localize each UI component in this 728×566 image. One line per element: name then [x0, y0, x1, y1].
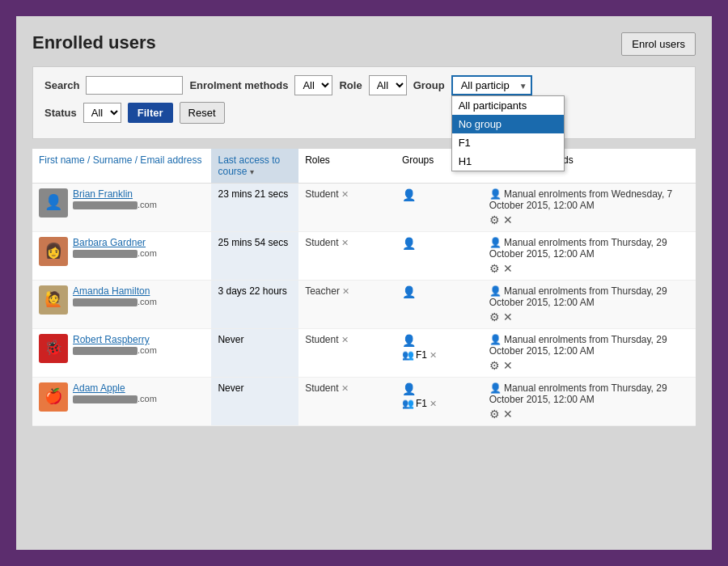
svg-text:👩: 👩 [44, 242, 63, 260]
user-name-barbara[interactable]: Barbara Gardner [73, 237, 157, 248]
svg-text:🐞: 🐞 [44, 339, 63, 357]
table-row: 🙋 Amanda Hamilton .com 3 days 22 hours T… [32, 281, 696, 329]
gear-button-amanda[interactable]: ⚙ [489, 310, 500, 323]
enrolment-person-icon-brian: 👤 [489, 188, 502, 200]
filter-row-1: Search Enrolment methods All Role All Gr… [44, 75, 684, 95]
group-option-all[interactable]: All participants [452, 96, 564, 115]
add-group-icon-amanda[interactable]: 👤 [402, 285, 476, 298]
user-email-robert: .com [73, 345, 157, 355]
user-cell-robert: 🐞 Robert Raspberry .com [32, 329, 211, 378]
access-cell-brian: 23 mins 21 secs [211, 184, 298, 232]
user-email-adam: .com [73, 394, 157, 403]
table-row: 🐞 Robert Raspberry .com Never Student ✕ … [32, 329, 696, 378]
delete-enrolment-btn-barbara[interactable]: ✕ [503, 262, 513, 275]
enrolment-person-icon-adam: 👤 [489, 382, 502, 394]
table-body: 👤 Brian Franklin .com 23 mins 21 secs St… [32, 184, 696, 426]
roles-cell-barbara: Student ✕ [298, 232, 396, 281]
enrolment-person-icon-barbara: 👤 [489, 237, 502, 248]
sort-arrow: ▾ [250, 167, 254, 176]
access-cell-adam: Never [211, 378, 298, 426]
group-dropdown-menu: All participants No group F1 H1 [451, 95, 565, 171]
main-container: Enrolled users Enrol users Search Enrolm… [16, 16, 712, 550]
role-label: Role [339, 79, 362, 91]
enrolment-text-barbara: Manual enrolments from Thursday, 29 Octo… [489, 237, 667, 260]
status-label: Status [44, 107, 77, 119]
groups-cell-brian: 👤 [396, 184, 483, 232]
enrolment-select[interactable]: All [294, 75, 332, 95]
table-row: 👩 Barbara Gardner .com 25 mins 54 secs S… [32, 232, 696, 281]
col-header-roles: Roles [298, 149, 396, 184]
user-cell-brian: 👤 Brian Franklin .com [32, 184, 211, 232]
remove-role-btn-adam[interactable]: ✕ [341, 383, 349, 394]
user-name-brian[interactable]: Brian Franklin [73, 188, 157, 200]
user-cell-barbara: 👩 Barbara Gardner .com [32, 232, 211, 281]
enrolment-person-icon-amanda: 👤 [489, 285, 502, 297]
page-title: Enrolled users [32, 32, 696, 53]
enrolment-text-amanda: Manual enrolments from Thursday, 29 Octo… [489, 285, 667, 308]
col-header-access[interactable]: Last access to course ▾ [211, 149, 298, 184]
gear-button-brian[interactable]: ⚙ [489, 213, 500, 226]
group-person-icon: 👥 [402, 398, 414, 409]
filter-section: Search Enrolment methods All Role All Gr… [32, 66, 696, 139]
remove-role-btn-robert[interactable]: ✕ [341, 335, 349, 345]
avatar-brian: 👤 [39, 188, 68, 218]
user-name-robert[interactable]: Robert Raspberry [73, 334, 157, 345]
roles-cell-robert: Student ✕ [298, 329, 396, 378]
gear-button-robert[interactable]: ⚙ [489, 359, 500, 372]
group-dropdown-button[interactable]: All particip [451, 75, 532, 95]
status-select[interactable]: All [83, 103, 121, 123]
add-group-icon-barbara[interactable]: 👤 [402, 237, 476, 250]
filter-button[interactable]: Filter [128, 103, 173, 123]
delete-enrolment-btn-adam[interactable]: ✕ [503, 408, 513, 420]
enrolment-cell-barbara: 👤 Manual enrolments from Thursday, 29 Oc… [483, 232, 696, 281]
enrolment-cell-brian: 👤 Manual enrolments from Wednesday, 7 Oc… [483, 184, 696, 232]
search-label: Search [44, 79, 79, 91]
groups-cell-robert: 👤 👥 F1 ✕ [396, 329, 483, 378]
enrolment-person-icon-robert: 👤 [489, 334, 502, 345]
remove-role-btn-barbara[interactable]: ✕ [341, 238, 349, 248]
role-select[interactable]: All [369, 75, 407, 95]
group-option-nogroup[interactable]: No group [452, 115, 564, 133]
groups-cell-barbara: 👤 [396, 232, 483, 281]
group-option-f1[interactable]: F1 [452, 133, 564, 152]
add-group-icon-brian[interactable]: 👤 [402, 188, 476, 201]
svg-text:🙋: 🙋 [44, 290, 63, 308]
access-cell-barbara: 25 mins 54 secs [211, 232, 298, 281]
table-row: 👤 Brian Franklin .com 23 mins 21 secs St… [32, 184, 696, 232]
add-group-icon-robert[interactable]: 👤 [402, 334, 476, 347]
svg-text:👤: 👤 [44, 193, 63, 211]
group-person-icon: 👥 [402, 349, 414, 361]
group-option-h1[interactable]: H1 [452, 152, 564, 171]
remove-group-btn-robert-F1[interactable]: ✕ [430, 350, 437, 361]
enrolment-label: Enrolment methods [189, 79, 288, 91]
search-input[interactable] [86, 76, 183, 95]
remove-role-btn-amanda[interactable]: ✕ [342, 286, 349, 297]
col-header-name[interactable]: First name / Surname / Email address [32, 149, 211, 184]
enrolment-text-brian: Manual enrolments from Wednesday, 7 Octo… [489, 188, 673, 211]
enrolment-cell-adam: 👤 Manual enrolments from Thursday, 29 Oc… [483, 378, 696, 426]
delete-enrolment-btn-amanda[interactable]: ✕ [503, 310, 513, 323]
remove-group-btn-adam-F1[interactable]: ✕ [430, 399, 437, 409]
gear-button-barbara[interactable]: ⚙ [489, 262, 500, 275]
user-email-brian: .com [73, 200, 157, 209]
role-badge-adam: Student ✕ [305, 382, 348, 394]
avatar-barbara: 👩 [39, 237, 68, 266]
enrol-users-button[interactable]: Enrol users [621, 32, 696, 56]
role-badge-robert: Student ✕ [305, 334, 348, 345]
user-name-amanda[interactable]: Amanda Hamilton [73, 285, 157, 297]
user-name-adam[interactable]: Adam Apple [73, 382, 157, 394]
avatar-adam: 🍎 [39, 382, 68, 412]
user-cell-amanda: 🙋 Amanda Hamilton .com [32, 281, 211, 329]
delete-enrolment-btn-brian[interactable]: ✕ [503, 213, 513, 226]
group-dropdown-wrapper: All particip All participants No group F… [451, 75, 532, 95]
add-group-icon-adam[interactable]: 👤 [402, 382, 476, 395]
table-row: 🍎 Adam Apple .com Never Student ✕ 👤 👥 F1… [32, 378, 696, 426]
avatar-robert: 🐞 [39, 334, 68, 363]
users-table: First name / Surname / Email address Las… [32, 149, 696, 426]
reset-button[interactable]: Reset [180, 102, 225, 124]
remove-role-btn-brian[interactable]: ✕ [341, 189, 349, 200]
delete-enrolment-btn-robert[interactable]: ✕ [503, 359, 513, 372]
filter-row-2: Status All Filter Reset [44, 102, 684, 124]
gear-button-adam[interactable]: ⚙ [489, 408, 500, 420]
table-container: First name / Surname / Email address Las… [32, 149, 696, 426]
